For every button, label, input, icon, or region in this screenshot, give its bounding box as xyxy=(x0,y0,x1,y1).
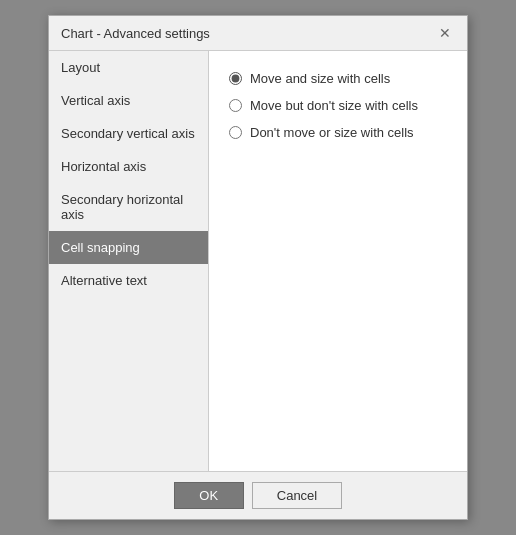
dialog-footer: OK Cancel xyxy=(49,471,467,519)
sidebar-item-vertical-axis[interactable]: Vertical axis xyxy=(49,84,208,117)
sidebar: LayoutVertical axisSecondary vertical ax… xyxy=(49,51,209,471)
radio-input-no-move[interactable] xyxy=(229,126,242,139)
radio-input-move-size[interactable] xyxy=(229,72,242,85)
sidebar-item-layout[interactable]: Layout xyxy=(49,51,208,84)
dialog-header: Chart - Advanced settings ✕ xyxy=(49,16,467,51)
dialog-body: LayoutVertical axisSecondary vertical ax… xyxy=(49,51,467,471)
dialog: Chart - Advanced settings ✕ LayoutVertic… xyxy=(48,15,468,520)
radio-group: Move and size with cellsMove but don't s… xyxy=(229,71,447,140)
radio-input-move-only[interactable] xyxy=(229,99,242,112)
radio-option-move-size[interactable]: Move and size with cells xyxy=(229,71,447,86)
radio-option-move-only[interactable]: Move but don't size with cells xyxy=(229,98,447,113)
radio-label-move-only: Move but don't size with cells xyxy=(250,98,418,113)
sidebar-item-horizontal-axis[interactable]: Horizontal axis xyxy=(49,150,208,183)
radio-label-no-move: Don't move or size with cells xyxy=(250,125,414,140)
close-button[interactable]: ✕ xyxy=(435,24,455,42)
sidebar-item-secondary-vertical-axis[interactable]: Secondary vertical axis xyxy=(49,117,208,150)
sidebar-item-alternative-text[interactable]: Alternative text xyxy=(49,264,208,297)
radio-label-move-size: Move and size with cells xyxy=(250,71,390,86)
radio-option-no-move[interactable]: Don't move or size with cells xyxy=(229,125,447,140)
cancel-button[interactable]: Cancel xyxy=(252,482,342,509)
ok-button[interactable]: OK xyxy=(174,482,244,509)
dialog-title: Chart - Advanced settings xyxy=(61,26,210,41)
sidebar-item-secondary-horizontal-axis[interactable]: Secondary horizontal axis xyxy=(49,183,208,231)
content-area: Move and size with cellsMove but don't s… xyxy=(209,51,467,471)
sidebar-item-cell-snapping[interactable]: Cell snapping xyxy=(49,231,208,264)
